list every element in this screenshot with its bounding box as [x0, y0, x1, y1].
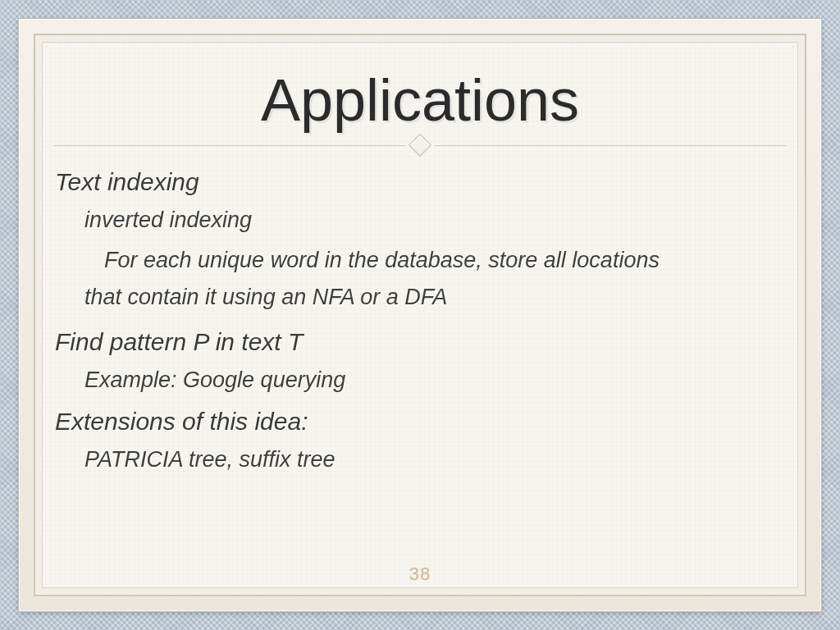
paragraph-store-locations-line1: For each unique word in the database, st…	[84, 244, 785, 276]
slide-mid-frame: Applications Text indexing inverted inde…	[18, 18, 822, 612]
diamond-icon	[409, 134, 431, 157]
paragraph-store-locations-line2: that contain it using an NFA or a DFA	[84, 281, 785, 313]
slide-content: Text indexing inverted indexing For each…	[53, 168, 787, 472]
divider-line-right	[435, 145, 787, 146]
title-divider	[53, 137, 787, 153]
slide-inner-frame: Applications Text indexing inverted inde…	[34, 34, 806, 596]
item-patricia-suffix-tree: PATRICIA tree, suffix tree	[84, 447, 785, 472]
slide-title: Applications	[53, 66, 787, 134]
example-google-querying: Example: Google querying	[84, 368, 785, 393]
subheading-inverted-indexing: inverted indexing	[84, 208, 785, 233]
page-number: 38	[35, 564, 805, 585]
heading-extensions: Extensions of this idea:	[55, 408, 785, 436]
divider-line-left	[53, 145, 405, 146]
slide-outer-frame: Applications Text indexing inverted inde…	[0, 0, 840, 630]
heading-find-pattern: Find pattern P in text T	[55, 328, 785, 356]
heading-text-indexing: Text indexing	[55, 168, 785, 196]
